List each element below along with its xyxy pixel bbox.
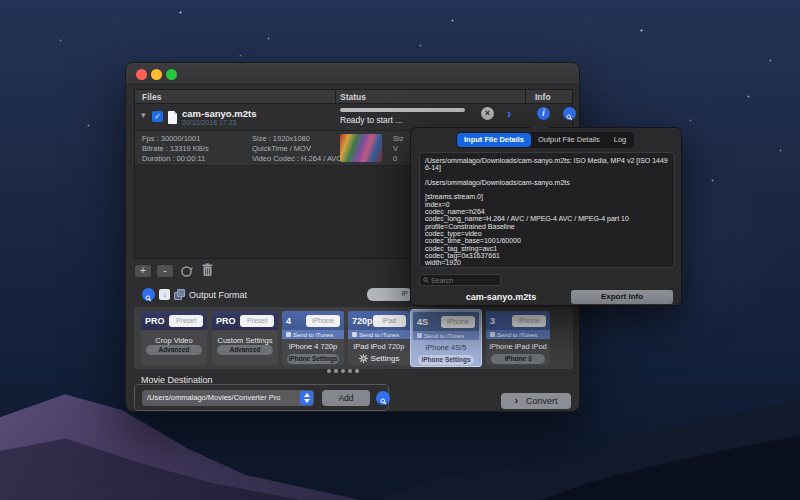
reveal-destination-button[interactable] <box>376 391 390 405</box>
preset-name-field[interactable]: iPhone <box>512 315 546 327</box>
preset-card-ipad720p[interactable]: 720piPad Send to iTunes iPad iPod 720p S… <box>348 311 410 365</box>
movie-destination-group: /Users/ommalago/Movies/Converter Pro Add <box>134 384 389 411</box>
wallpaper-stars <box>0 0 1 1</box>
preset-pager-dots[interactable] <box>327 369 359 373</box>
preset-name-field[interactable]: Preset <box>240 315 274 327</box>
status-text: Ready to start ... <box>340 115 402 125</box>
preview-search-button[interactable] <box>563 107 576 120</box>
iphone3-settings-button[interactable]: iPhone 3 <box>491 354 545 364</box>
cancel-button[interactable]: × <box>481 107 494 120</box>
add-destination-button[interactable]: Add <box>322 390 370 406</box>
minimize-window-button[interactable] <box>151 69 162 80</box>
files-column-header: Files <box>142 92 161 102</box>
preset-badge: 4 <box>286 316 291 326</box>
file-name: cam-sanyo.m2ts <box>182 108 256 119</box>
preset-label: iPhone 4S/5 <box>413 340 479 353</box>
convert-button[interactable]: › Convert <box>501 393 571 409</box>
trash-button[interactable] <box>202 263 213 281</box>
send-to-itunes-checkbox[interactable] <box>417 333 422 338</box>
preset-badge: PRO <box>145 316 165 326</box>
advanced-button[interactable]: Advanced <box>217 345 272 355</box>
search-icon <box>423 277 429 283</box>
tab-log[interactable]: Log <box>607 133 634 147</box>
send-to-itunes-checkbox[interactable] <box>490 332 495 337</box>
status-column-header: Status <box>340 92 366 102</box>
settings-button[interactable]: Settings <box>348 354 410 363</box>
preset-name-field[interactable]: iPad <box>373 315 406 327</box>
preset-label: Crop Video <box>141 330 207 343</box>
desktop-wallpaper: Files Status Info ▾ ✓ cam-sanyo.m2ts 20/… <box>0 0 800 500</box>
progress-bar <box>340 108 465 112</box>
gear-icon <box>359 354 368 363</box>
advanced-button[interactable]: Advanced <box>146 345 201 355</box>
preset-card-custom-settings[interactable]: PROPreset Custom Settings Advanced <box>212 311 278 365</box>
export-info-button[interactable]: Export Info <box>571 290 673 304</box>
file-checkbox[interactable]: ✓ <box>152 111 163 122</box>
input-file-details-panel[interactable]: /Users/ommalago/Downloads/cam-sanyo.m2ts… <box>419 152 675 268</box>
preset-badge: 720p <box>352 316 373 326</box>
popover-search-field[interactable] <box>419 274 501 286</box>
file-date: 20/10/2018 17:23 <box>182 119 237 126</box>
convert-chevron-icon: › <box>514 394 518 406</box>
preset-label: iPhone iPad iPod <box>486 339 550 352</box>
preset-name-field[interactable]: Preset <box>169 315 203 327</box>
video-thumbnail <box>340 134 382 162</box>
output-format-label: Output Format <box>189 290 247 300</box>
tab-input-file-details[interactable]: Input File Details <box>457 133 531 147</box>
selected-format-pill[interactable]: iP <box>367 288 413 301</box>
document-icon <box>168 110 178 128</box>
pager-dot[interactable] <box>327 369 331 373</box>
popover-file-name: cam-sanyo.m2ts <box>441 292 561 302</box>
search-format-icon[interactable] <box>142 288 155 301</box>
preset-card-iphone4[interactable]: 4iPhone Send to iTunes iPhone 4 720p iPh… <box>282 311 344 365</box>
popover-tab-bar: Input File Details Output File Details L… <box>456 132 634 148</box>
send-to-itunes-label: Send to iTunes <box>293 332 333 338</box>
destination-path-dropdown[interactable]: /Users/ommalago/Movies/Converter Pro <box>142 390 314 406</box>
pager-dot[interactable] <box>348 369 352 373</box>
input-file-details-text: /Users/ommalago/Downloads/cam-sanyo.m2ts… <box>425 157 669 266</box>
remove-file-button[interactable]: - <box>156 264 174 278</box>
file-info-popover: Input File Details Output File Details L… <box>410 127 682 306</box>
add-file-button[interactable]: + <box>134 264 152 278</box>
start-conversion-icon[interactable]: › <box>507 106 511 121</box>
pager-dot[interactable] <box>334 369 338 373</box>
preset-badge: PRO <box>216 316 236 326</box>
file-details-column-3: Siz V 0 <box>393 134 403 164</box>
send-to-itunes-label: Send to iTunes <box>424 333 464 339</box>
reset-button[interactable] <box>180 264 193 282</box>
preset-card-iphone4s5-selected[interactable]: 4SiPhone Send to iTunes iPhone 4S/5 iPho… <box>410 309 482 367</box>
zoom-window-button[interactable] <box>166 69 177 80</box>
files-table-header: Files Status Info <box>135 90 572 104</box>
search-input[interactable] <box>431 277 495 284</box>
preset-card-crop-video[interactable]: PROPreset Crop Video Advanced <box>141 311 207 365</box>
close-window-button[interactable] <box>136 69 147 80</box>
file-details-column-2: Size : 1920x1080 QuickTime / MOV Video C… <box>252 134 342 164</box>
send-to-itunes-checkbox[interactable] <box>352 332 357 337</box>
title-bar[interactable] <box>126 63 579 85</box>
pager-dot[interactable] <box>355 369 359 373</box>
iphone-settings-button[interactable]: iPhone Settings <box>418 355 473 365</box>
pager-dot[interactable] <box>341 369 345 373</box>
preset-name-field[interactable]: iPhone <box>441 316 475 328</box>
preset-badge: 3 <box>490 316 495 326</box>
tab-output-file-details[interactable]: Output File Details <box>531 133 607 147</box>
iphone-settings-button[interactable]: iPhone Settings <box>287 354 339 364</box>
send-to-itunes-label: Send to iTunes <box>359 332 399 338</box>
preset-badge: 4S <box>417 317 428 327</box>
send-to-itunes-label: Send to iTunes <box>497 332 537 338</box>
file-details-column-1: Fps : 30000/1001 Bitrate : 13319 KB/s Du… <box>142 134 209 164</box>
disclosure-triangle-icon[interactable]: ▾ <box>141 110 146 120</box>
download-preset-icon[interactable]: ↓ <box>159 289 170 300</box>
preset-label: Custom Settings <box>212 330 278 343</box>
preset-label: iPad iPod 720p <box>348 339 410 352</box>
info-column-header: Info <box>535 92 551 102</box>
preset-strip: PROPreset Crop Video Advanced PROPreset … <box>134 307 573 369</box>
preset-name-field[interactable]: iPhone <box>306 315 340 327</box>
dropdown-stepper-icon[interactable] <box>300 391 313 405</box>
preset-card-iphone3[interactable]: 3iPhone Send to iTunes iPhone iPad iPod … <box>486 311 550 365</box>
send-to-itunes-checkbox[interactable] <box>286 332 291 337</box>
popover-arrow <box>529 119 549 128</box>
copy-preset-icon[interactable] <box>174 289 185 300</box>
preset-label: iPhone 4 720p <box>282 339 344 352</box>
